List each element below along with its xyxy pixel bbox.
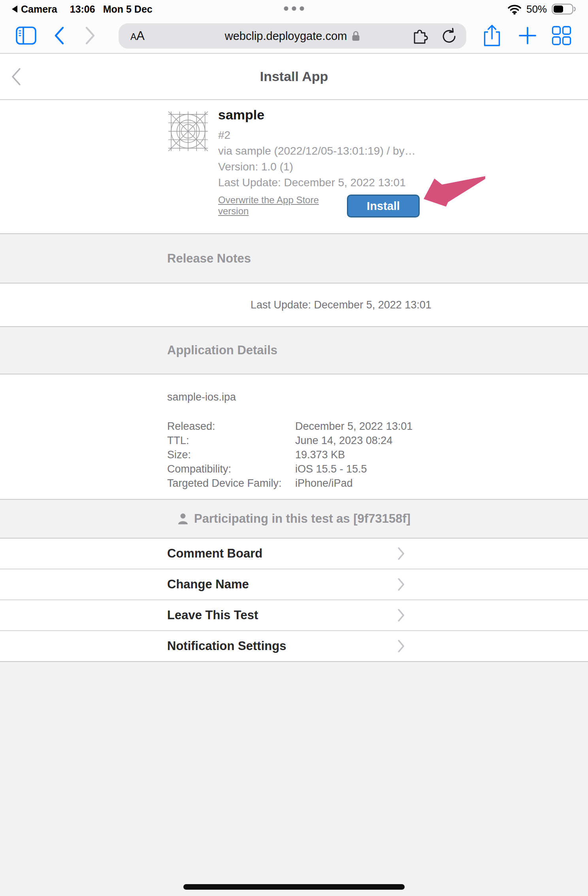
page-header: Install App xyxy=(0,54,588,100)
lock-icon xyxy=(352,30,360,42)
chevron-right-icon xyxy=(398,578,405,591)
battery-percent: 50% xyxy=(526,3,547,15)
actions-menu: Comment Board Change Name Leave This Tes… xyxy=(0,539,588,662)
detail-row-size: Size: 19.373 KB xyxy=(167,448,588,462)
new-tab-plus-button[interactable] xyxy=(518,26,537,45)
application-details-table: sample-ios.ipa Released: December 5, 202… xyxy=(0,374,588,499)
page-title: Install App xyxy=(260,69,328,84)
detail-label: Targeted Device Family: xyxy=(167,476,295,490)
multitasking-dots-icon[interactable] xyxy=(284,6,304,11)
application-details-heading: Application Details xyxy=(167,343,277,357)
extensions-puzzle-button[interactable] xyxy=(412,28,428,44)
app-placeholder-icon xyxy=(167,110,209,152)
overwrite-app-store-link[interactable]: Overwrite the App Store version xyxy=(218,195,337,217)
page-footer xyxy=(0,662,588,896)
release-notes-band: Release Notes xyxy=(0,233,588,284)
detail-row-device-family: Targeted Device Family: iPhone/iPad xyxy=(167,476,588,490)
detail-label: Size: xyxy=(167,448,295,462)
participation-text: Participating in this test as [9f73158f] xyxy=(194,512,411,526)
home-indicator[interactable] xyxy=(183,884,405,890)
safari-toolbar: AA webclip.deploygate.com xyxy=(0,18,588,54)
menu-item-label: Notification Settings xyxy=(167,639,286,653)
app-install-section: sample #2 via sample (2022/12/05-13:01:1… xyxy=(0,100,588,233)
app-last-update: Last Update: December 5, 2022 13:01 xyxy=(218,175,439,191)
detail-row-released: Released: December 5, 2022 13:01 xyxy=(167,419,588,433)
reload-button[interactable] xyxy=(441,27,458,45)
safari-window: Camera 13:06 Mon 5 Dec 50% xyxy=(0,0,588,896)
back-button[interactable] xyxy=(54,26,65,45)
menu-item-leave-this-test[interactable]: Leave This Test xyxy=(0,600,588,631)
detail-value: June 14, 2023 08:24 xyxy=(295,433,392,448)
application-details-band: Application Details xyxy=(0,326,588,374)
address-bar[interactable]: AA webclip.deploygate.com xyxy=(119,23,466,49)
app-version: Version: 1.0 (1) xyxy=(218,159,439,175)
chevron-right-icon xyxy=(398,609,405,622)
status-bar: Camera 13:06 Mon 5 Dec 50% xyxy=(0,0,588,18)
app-name: sample xyxy=(218,107,439,123)
app-build-number: #2 xyxy=(218,127,439,143)
back-to-camera-button[interactable]: Camera xyxy=(12,4,57,15)
detail-row-compatibility: Compatibility: iOS 15.5 - 15.5 xyxy=(167,462,588,476)
status-time: 13:06 xyxy=(70,4,95,15)
url-text: webclip.deploygate.com xyxy=(225,30,347,43)
participation-band: Participating in this test as [9f73158f] xyxy=(0,499,588,539)
menu-item-change-name[interactable]: Change Name xyxy=(0,569,588,600)
detail-label: TTL: xyxy=(167,433,295,448)
back-app-label: Camera xyxy=(21,4,57,15)
status-date: Mon 5 Dec xyxy=(103,4,153,15)
status-bar-right: 50% xyxy=(507,3,576,15)
menu-item-label: Change Name xyxy=(167,577,249,592)
menu-item-label: Leave This Test xyxy=(167,608,258,622)
address-bar-actions xyxy=(412,27,458,45)
detail-value: iOS 15.5 - 15.5 xyxy=(295,462,367,476)
detail-value: 19.373 KB xyxy=(295,448,345,462)
menu-item-label: Comment Board xyxy=(167,546,262,561)
chevron-right-icon xyxy=(398,639,405,653)
app-info: sample #2 via sample (2022/12/05-13:01:1… xyxy=(218,107,439,217)
release-notes-last-update: Last Update: December 5, 2022 13:01 xyxy=(251,299,432,311)
detail-value: iPhone/iPad xyxy=(295,476,353,490)
detail-value: December 5, 2022 13:01 xyxy=(295,419,413,433)
back-triangle-icon xyxy=(12,6,17,13)
menu-item-notification-settings[interactable]: Notification Settings xyxy=(0,631,588,662)
sidebar-button[interactable] xyxy=(16,26,36,45)
install-button[interactable]: Install xyxy=(347,195,420,217)
page-back-button[interactable] xyxy=(11,68,21,86)
share-button[interactable] xyxy=(483,24,501,47)
battery-icon xyxy=(552,4,576,15)
install-row: Overwrite the App Store version Install xyxy=(218,195,439,217)
menu-item-comment-board[interactable]: Comment Board xyxy=(0,539,588,569)
app-via: via sample (2022/12/05-13:01:19) / by… xyxy=(218,143,439,159)
ipa-file-name: sample-ios.ipa xyxy=(167,391,588,403)
tabs-overview-button[interactable] xyxy=(552,26,571,45)
chevron-right-icon xyxy=(398,547,405,560)
detail-label: Compatibility: xyxy=(167,462,295,476)
detail-label: Released: xyxy=(167,419,295,433)
annotation-arrow-icon xyxy=(421,175,488,210)
status-bar-left: Camera 13:06 Mon 5 Dec xyxy=(12,4,153,15)
wifi-icon xyxy=(507,4,522,15)
forward-button[interactable] xyxy=(85,26,96,45)
person-icon xyxy=(177,513,188,525)
release-notes-last-update-row: Last Update: December 5, 2022 13:01 xyxy=(0,284,588,326)
detail-row-ttl: TTL: June 14, 2023 08:24 xyxy=(167,433,588,448)
release-notes-heading: Release Notes xyxy=(167,251,251,266)
